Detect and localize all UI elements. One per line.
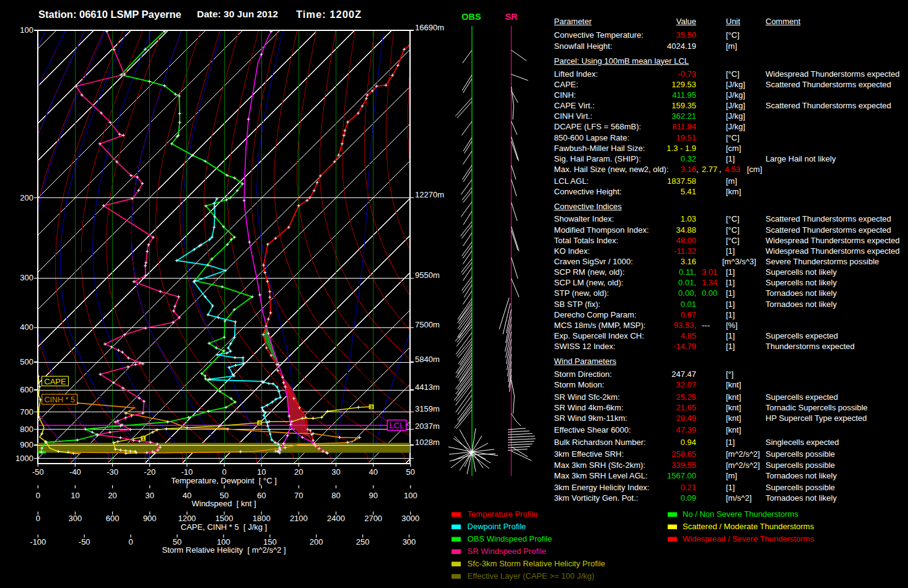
svg-text:1: 1 xyxy=(142,436,145,441)
svg-text:3: 3 xyxy=(370,404,373,410)
svg-text:CAPE: CAPE xyxy=(44,377,66,386)
svg-text:CINH * 5: CINH * 5 xyxy=(45,396,75,404)
svg-text:LCL: LCL xyxy=(390,421,404,430)
svg-text:2: 2 xyxy=(258,420,261,426)
